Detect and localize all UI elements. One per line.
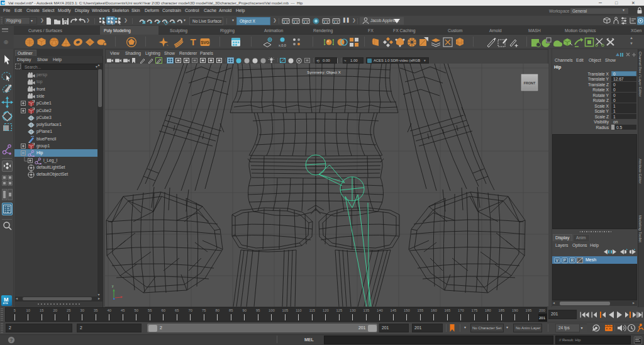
- svg-text:T: T: [190, 37, 196, 47]
- svg-text:FRONT: FRONT: [524, 81, 536, 85]
- svg-text:x,0,0: x,0,0: [279, 43, 286, 47]
- svg-text:SVG: SVG: [201, 40, 209, 45]
- svg-text:?: ?: [10, 337, 13, 343]
- svg-text:Symmetry: Object X: Symmetry: Object X: [307, 71, 340, 74]
